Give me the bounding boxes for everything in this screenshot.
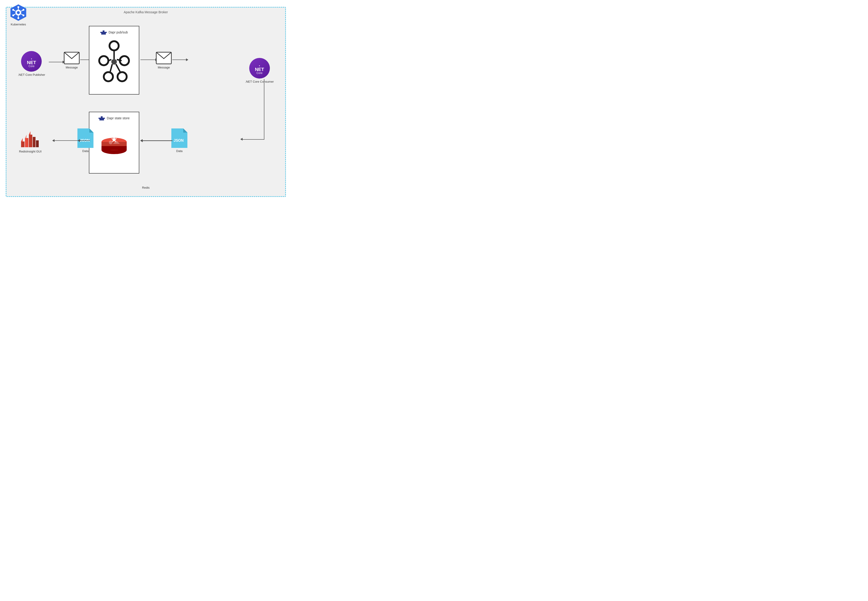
svg-rect-51 bbox=[33, 137, 35, 147]
svg-marker-54 bbox=[25, 135, 27, 138]
svg-point-20 bbox=[99, 56, 108, 65]
svg-point-2 bbox=[17, 11, 20, 14]
svg-rect-48 bbox=[21, 142, 24, 147]
svg-point-22 bbox=[104, 72, 113, 81]
svg-marker-55 bbox=[29, 131, 31, 135]
svg-point-10 bbox=[17, 17, 19, 19]
dapr-statestore-header: Dapr state store bbox=[98, 115, 130, 121]
envelope-icon-2 bbox=[156, 52, 172, 64]
dapr-statestore-label: Dapr state store bbox=[107, 116, 130, 120]
svg-line-29 bbox=[116, 64, 121, 73]
svg-line-27 bbox=[117, 59, 122, 61]
dapr-statestore-hat-icon bbox=[98, 115, 105, 121]
data1-label: Data bbox=[82, 149, 89, 153]
redis-logo-svg bbox=[99, 124, 129, 156]
svg-line-28 bbox=[110, 64, 112, 73]
json-doc-icon-1: JSON bbox=[78, 128, 93, 148]
message2-label: Message bbox=[158, 66, 170, 69]
svg-rect-49 bbox=[25, 138, 28, 147]
net-consumer-label: .NET Core Consumer bbox=[245, 80, 274, 83]
main-box: Apache Kafka Message Broker . NET Core .… bbox=[6, 7, 286, 197]
svg-point-13 bbox=[12, 14, 14, 16]
json-doc-icon-2: JSON bbox=[171, 128, 187, 148]
kubernetes-section: Kubernetes bbox=[9, 3, 28, 26]
net-publisher-section: . NET Core .NET Core Publisher bbox=[18, 51, 45, 76]
redis-statestore-box: Dapr state store bbox=[89, 112, 139, 174]
svg-point-9 bbox=[17, 6, 19, 8]
corner-arrow-horizontal bbox=[241, 139, 264, 140]
svg-point-14 bbox=[23, 14, 24, 16]
svg-point-11 bbox=[12, 9, 14, 11]
svg-rect-38 bbox=[101, 146, 127, 150]
redis-bottom-label: Redis bbox=[142, 186, 150, 189]
dapr-pubsub-header: Dapr pub/sub bbox=[100, 29, 128, 35]
envelope-icon-1 bbox=[64, 52, 80, 64]
arrow-state-to-json2 bbox=[140, 139, 172, 142]
kafka-message-broker-label: Apache Kafka Message Broker bbox=[124, 10, 168, 14]
net-consumer-section: . NET Core .NET Core Consumer bbox=[245, 58, 274, 83]
kafka-pubsub-box: Dapr pub/sub bbox=[89, 26, 139, 95]
svg-point-19 bbox=[110, 41, 119, 50]
svg-marker-46 bbox=[89, 128, 93, 133]
redis-insight-label: RedisInsight GUI bbox=[19, 150, 41, 153]
outer-container: Kubernetes Apache Kafka Message Broker .… bbox=[0, 0, 289, 200]
svg-point-24 bbox=[112, 59, 117, 64]
data2-label: Data bbox=[176, 149, 182, 153]
message2-section: Message bbox=[156, 52, 172, 69]
json-data2-section: JSON Data bbox=[171, 128, 187, 153]
arrow-publisher-to-message bbox=[49, 61, 65, 63]
message1-label: Message bbox=[66, 66, 78, 69]
net-publisher-label: .NET Core Publisher bbox=[18, 73, 45, 76]
arrow-kafka-to-message2 bbox=[141, 58, 157, 61]
svg-point-12 bbox=[23, 9, 24, 11]
kubernetes-icon bbox=[9, 3, 28, 22]
arrow-state-to-json1 bbox=[78, 139, 90, 142]
dapr-pubsub-label: Dapr pub/sub bbox=[108, 31, 128, 34]
kubernetes-label: Kubernetes bbox=[11, 23, 26, 26]
svg-marker-53 bbox=[21, 138, 23, 142]
svg-point-23 bbox=[118, 72, 127, 81]
dapr-hat-icon bbox=[100, 29, 107, 35]
arrow-json1-to-insight bbox=[52, 139, 79, 142]
corner-arrow-head bbox=[240, 138, 243, 140]
svg-rect-18 bbox=[102, 31, 104, 32]
redis-insight-section: RedisInsight GUI bbox=[19, 130, 41, 153]
svg-marker-43 bbox=[183, 128, 187, 133]
message1-section: Message bbox=[64, 52, 80, 69]
net-publisher-icon: . NET Core bbox=[21, 51, 42, 72]
svg-rect-50 bbox=[29, 135, 32, 147]
svg-rect-33 bbox=[101, 116, 102, 118]
svg-rect-52 bbox=[36, 140, 39, 147]
svg-text:JSON: JSON bbox=[174, 139, 184, 142]
corner-arrow-consumer bbox=[264, 79, 264, 139]
svg-point-40 bbox=[109, 140, 113, 144]
redis-insight-icon bbox=[20, 130, 41, 148]
net-consumer-icon: . NET Core bbox=[249, 58, 270, 79]
kafka-graph-svg bbox=[96, 38, 132, 86]
arrow-message2-to-consumer bbox=[172, 58, 188, 61]
